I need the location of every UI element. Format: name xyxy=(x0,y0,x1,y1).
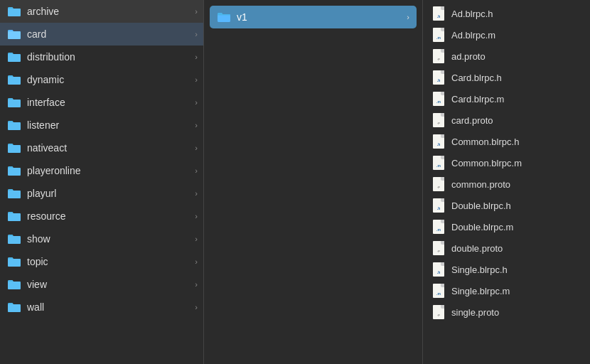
folder-column: archive › card › distribution › dynamic … xyxy=(0,0,204,364)
folder-label: nativeact xyxy=(27,142,192,154)
sidebar-item-view[interactable]: view › xyxy=(0,273,203,296)
chevron-icon: › xyxy=(195,144,198,152)
folder-label: interface xyxy=(27,97,192,108)
sidebar-item-playeronline[interactable]: playeronline › xyxy=(0,159,203,182)
v1-folder-item[interactable]: v1 › xyxy=(210,6,417,28)
chevron-icon: › xyxy=(195,280,198,289)
folder-label: playeronline xyxy=(27,165,192,176)
file-label: double.proto xyxy=(451,243,503,254)
chevron-icon: › xyxy=(195,166,198,175)
sidebar-item-show[interactable]: show › xyxy=(0,228,203,250)
chevron-icon: › xyxy=(195,189,198,198)
file-icon: .h xyxy=(431,198,446,213)
folder-label: listener xyxy=(27,119,192,131)
file-label: Single.blrpc.m xyxy=(451,286,510,296)
chevron-icon: › xyxy=(195,212,198,220)
list-item[interactable]: .p ad.proto xyxy=(423,46,590,67)
file-icon: .h xyxy=(431,70,446,85)
chevron-icon: › xyxy=(195,235,198,243)
file-icon: .m xyxy=(431,283,446,299)
sidebar-item-topic[interactable]: topic › xyxy=(0,250,203,273)
file-column: .h Ad.blrpc.h .m Ad.blrpc.m .p ad.proto … xyxy=(423,0,590,364)
file-label: Single.blrpc.h xyxy=(451,264,508,275)
file-label: Common.blrpc.m xyxy=(451,158,522,168)
v1-chevron-icon: › xyxy=(407,13,409,21)
folder-icon xyxy=(7,142,21,154)
folder-icon xyxy=(7,210,21,222)
file-icon: .p xyxy=(431,176,446,192)
file-label: Double.blrpc.m xyxy=(451,222,513,232)
file-icon: .m xyxy=(431,27,446,43)
file-label: Card.blrpc.m xyxy=(451,94,504,105)
folder-label: archive xyxy=(27,6,192,17)
file-icon: .p xyxy=(431,304,446,320)
folder-icon xyxy=(7,165,21,176)
list-item[interactable]: .m Ad.blrpc.m xyxy=(423,24,590,46)
sidebar-item-wall[interactable]: wall › xyxy=(0,296,203,318)
list-item[interactable]: .m Double.blrpc.m xyxy=(423,216,590,237)
list-item[interactable]: .h Single.blrpc.h xyxy=(423,259,590,280)
sidebar-item-playurl[interactable]: playurl › xyxy=(0,182,203,205)
folder-label: show xyxy=(27,233,192,245)
file-label: card.proto xyxy=(451,115,493,126)
file-icon: .h xyxy=(431,6,446,21)
file-label: single.proto xyxy=(451,307,499,318)
folder-label: playurl xyxy=(27,188,192,199)
folder-label: dynamic xyxy=(27,74,192,85)
file-icon: .m xyxy=(431,91,446,107)
chevron-icon: › xyxy=(195,30,198,38)
file-icon: .m xyxy=(431,155,446,171)
folder-label: card xyxy=(27,28,192,40)
list-item[interactable]: .m Card.blrpc.m xyxy=(423,88,590,109)
list-item[interactable]: .p single.proto xyxy=(423,301,590,323)
folder-label: topic xyxy=(27,256,192,267)
folder-icon xyxy=(7,188,21,199)
folder-icon xyxy=(7,301,21,313)
file-icon: .p xyxy=(431,240,446,256)
v1-label: v1 xyxy=(237,11,407,23)
list-item[interactable]: .h Double.blrpc.h xyxy=(423,195,590,216)
folder-icon xyxy=(7,97,21,108)
folder-icon xyxy=(7,279,21,290)
chevron-icon: › xyxy=(195,53,198,61)
chevron-icon: › xyxy=(195,98,198,107)
sidebar-item-distribution[interactable]: distribution › xyxy=(0,46,203,68)
sidebar-item-listener[interactable]: listener › xyxy=(0,114,203,136)
sidebar-item-nativeact[interactable]: nativeact › xyxy=(0,136,203,159)
file-label: Ad.blrpc.m xyxy=(451,30,495,41)
sidebar-item-archive[interactable]: archive › xyxy=(0,0,203,23)
file-icon: .p xyxy=(431,48,446,64)
list-item[interactable]: .p common.proto xyxy=(423,173,590,195)
list-item[interactable]: .h Ad.blrpc.h xyxy=(423,3,590,24)
list-item[interactable]: .m Common.blrpc.m xyxy=(423,152,590,173)
folder-label: view xyxy=(27,279,192,290)
file-label: Ad.blrpc.h xyxy=(451,9,493,19)
list-item[interactable]: .m Single.blrpc.m xyxy=(423,280,590,301)
v1-folder-icon xyxy=(217,11,231,23)
chevron-icon: › xyxy=(195,121,198,129)
folder-icon xyxy=(7,256,21,267)
list-item[interactable]: .p double.proto xyxy=(423,237,590,259)
sidebar-item-interface[interactable]: interface › xyxy=(0,91,203,114)
folder-icon xyxy=(7,233,21,245)
file-label: common.proto xyxy=(451,179,510,190)
file-icon: .h xyxy=(431,134,446,149)
file-label: Common.blrpc.h xyxy=(451,136,519,147)
list-item[interactable]: .h Common.blrpc.h xyxy=(423,131,590,152)
list-item[interactable]: .p card.proto xyxy=(423,109,590,131)
folder-icon xyxy=(7,28,21,40)
folder-label: wall xyxy=(27,301,192,313)
subfolder-column: v1 › xyxy=(204,0,423,364)
file-label: Double.blrpc.h xyxy=(451,200,511,211)
file-label: Card.blrpc.h xyxy=(451,73,502,83)
list-item[interactable]: .h Card.blrpc.h xyxy=(423,67,590,88)
folder-icon xyxy=(7,119,21,131)
sidebar-item-dynamic[interactable]: dynamic › xyxy=(0,68,203,91)
folder-icon xyxy=(7,6,21,17)
file-label: ad.proto xyxy=(451,51,486,62)
folder-label: distribution xyxy=(27,51,192,63)
file-icon: .m xyxy=(431,219,446,235)
folder-icon xyxy=(7,74,21,85)
sidebar-item-resource[interactable]: resource › xyxy=(0,205,203,228)
sidebar-item-card[interactable]: card › xyxy=(0,23,203,46)
